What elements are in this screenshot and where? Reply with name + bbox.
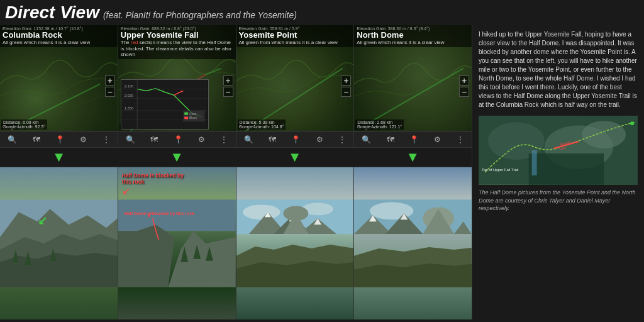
svg-point-67	[630, 121, 634, 125]
map-zoom-1[interactable]: + −	[105, 75, 115, 97]
arrows-row: ▼ ▼ ▼ ▼	[0, 148, 472, 167]
zoom-in-2[interactable]: +	[223, 75, 233, 86]
main-content: Elevation Gain: 1152.38 m / 10.7° (10.8°…	[0, 25, 644, 319]
layers-icon-2[interactable]: 🗺	[150, 135, 158, 144]
svg-text:Top of Upper Fall Trail: Top of Upper Fall Trail	[482, 168, 518, 172]
map-subtitle-4: All green which means it is a clear view	[357, 40, 469, 46]
map-title-1: Columbia Rock	[3, 31, 115, 40]
settings-icon-4[interactable]: ⚙	[434, 135, 441, 144]
map-subtitle-2: The red section means the view to the Ha…	[121, 40, 233, 58]
mini-map-container: Yosemite Point	[479, 116, 638, 185]
map-overlay-2: Elevation Gain: 689.32 m / 6.8° (23.0°) …	[118, 25, 236, 147]
svg-text:↙: ↙	[38, 214, 47, 227]
more-icon-2[interactable]: ⋮	[220, 135, 228, 144]
svg-point-46	[283, 206, 308, 221]
map-upper-yosemite-fall[interactable]: Elevation Gain: 689.32 m / 6.8° (23.0°) …	[118, 25, 236, 147]
photo-columbia-rock: ↙	[0, 167, 118, 319]
svg-marker-30	[168, 231, 235, 287]
map-overlay-1: Elevation Gain: 1152.38 m / 10.7° (10.8°…	[0, 25, 118, 147]
map-header-3: Elevation Gain: 559.91 m / 5.9° Yosemite…	[236, 25, 354, 47]
left-panel: Elevation Gain: 1152.38 m / 10.7° (10.8°…	[0, 25, 472, 319]
map-header-2: Elevation Gain: 689.32 m / 6.8° (23.0°) …	[118, 25, 236, 59]
map-overlay-3: Elevation Gain: 559.91 m / 5.9° Yosemite…	[236, 25, 354, 147]
svg-marker-59	[354, 264, 472, 287]
more-icon-4[interactable]: ⋮	[457, 135, 464, 144]
layers-icon-4[interactable]: 🗺	[387, 135, 394, 144]
svg-text:1,350: 1,350	[124, 106, 133, 110]
description: I hiked up to the Upper Yosemite Fall, h…	[479, 30, 638, 109]
svg-point-63	[582, 121, 626, 148]
settings-icon-1[interactable]: ⚙	[80, 135, 87, 144]
map-zoom-3[interactable]: + −	[341, 75, 351, 97]
pin-icon-1[interactable]: 📍	[55, 135, 65, 144]
svg-text:↙: ↙	[146, 209, 153, 219]
svg-text:Half Dome is blocked by this r: Half Dome is blocked by this rock	[125, 211, 194, 216]
map-header-4: Elevation Gain: 388.30 m / 8.3° (8.4°) N…	[354, 25, 472, 47]
annotation-text-2: Half Dome is blocked by this rock	[122, 172, 185, 185]
zoom-out-1[interactable]: −	[105, 87, 115, 97]
search-icon-1[interactable]: 🔍	[8, 135, 17, 144]
red-text-2: red	[131, 40, 138, 45]
zoom-in-4[interactable]: +	[459, 75, 469, 86]
map-zoom-2[interactable]: + −	[223, 75, 233, 97]
map-yosemite-point[interactable]: Elevation Gain: 559.91 m / 5.9° Yosemite…	[236, 25, 355, 147]
photo-yosemite-point	[236, 167, 355, 319]
map-toolbar-2: 🔍 🗺 📍 ⚙ ⋮	[118, 131, 236, 147]
photo-north-dome	[354, 167, 472, 319]
svg-text:Block: Block	[189, 116, 197, 119]
map-header-1: Elevation Gain: 1152.38 m / 10.7° (10.8°…	[0, 25, 118, 47]
svg-rect-14	[184, 113, 188, 115]
elevation-graph: 2,100 2,020 1,350 Clear	[121, 79, 209, 130]
more-icon-3[interactable]: ⋮	[338, 135, 346, 144]
page-title-sub: (feat. PlanIt! for Photographers and the…	[103, 10, 297, 20]
svg-rect-16	[184, 117, 188, 119]
arrow-2: ▼	[170, 150, 184, 164]
page-title-main: Direct View	[5, 3, 99, 23]
search-icon-4[interactable]: 🔍	[362, 135, 371, 144]
page-header: Direct View (feat. PlanIt! for Photograp…	[0, 0, 644, 25]
pin-icon-4[interactable]: 📍	[409, 135, 419, 144]
pin-icon-2[interactable]: 📍	[174, 135, 183, 144]
google-logo-3: Google	[238, 124, 255, 130]
annotation-arrow-2: ↙	[122, 185, 185, 197]
map-title-3: Yosemite Point	[239, 31, 352, 40]
arrow-4: ▼	[406, 150, 419, 164]
zoom-out-4[interactable]: −	[459, 87, 469, 97]
search-icon-2[interactable]: 🔍	[126, 135, 135, 144]
zoom-in-3[interactable]: +	[341, 75, 351, 86]
map-north-dome[interactable]: Elevation Gain: 388.30 m / 8.3° (8.4°) N…	[354, 25, 472, 147]
map-subtitle-3: All green from which means it is a clear…	[239, 40, 352, 46]
svg-text:Clear: Clear	[189, 113, 197, 116]
more-icon-1[interactable]: ⋮	[103, 135, 110, 144]
layers-icon-3[interactable]: 🗺	[269, 135, 276, 144]
svg-rect-65	[532, 150, 537, 175]
zoom-in-1[interactable]: +	[105, 75, 115, 86]
svg-point-37	[242, 204, 280, 219]
layers-icon-1[interactable]: 🗺	[33, 135, 40, 144]
mini-map: Top of Upper Fall Trail Blocked here	[479, 116, 638, 185]
svg-marker-29	[118, 225, 174, 287]
svg-text:2,100: 2,100	[124, 84, 133, 88]
right-panel: I hiked up to the Upper Yosemite Fall, h…	[472, 25, 644, 319]
google-logo-1: Google	[1, 124, 18, 130]
svg-text:2,020: 2,020	[124, 94, 133, 97]
photo-annotation-2: Half Dome is blocked by this rock ↙	[122, 172, 185, 197]
photos-row: ↙ Half Dome is blocked by this rock	[0, 167, 472, 319]
map-overlay-4: Elevation Gain: 388.30 m / 8.3° (8.4°) N…	[354, 25, 472, 147]
map-toolbar-1: 🔍 🗺 📍 ⚙ ⋮	[0, 131, 118, 147]
zoom-out-2[interactable]: −	[223, 87, 233, 97]
map-toolbar-4: 🔍 🗺 📍 ⚙ ⋮	[354, 131, 472, 147]
map-title-4: North Dome	[357, 31, 469, 40]
zoom-out-3[interactable]: −	[341, 87, 351, 97]
settings-icon-2[interactable]: ⚙	[198, 135, 205, 144]
pin-icon-3[interactable]: 📍	[291, 135, 301, 144]
map-subtitle-1: All green which means it is a clear view	[3, 40, 115, 46]
settings-icon-3[interactable]: ⚙	[316, 135, 323, 144]
map-zoom-4[interactable]: + −	[459, 75, 469, 97]
svg-marker-48	[236, 261, 354, 287]
map-columbia-rock[interactable]: Elevation Gain: 1152.38 m / 10.7° (10.8°…	[0, 25, 118, 147]
map-toolbar-3: 🔍 🗺 📍 ⚙ ⋮	[236, 131, 354, 147]
search-icon-3[interactable]: 🔍	[244, 135, 253, 144]
google-logo-4: Google	[355, 124, 372, 130]
svg-rect-64	[529, 153, 604, 185]
